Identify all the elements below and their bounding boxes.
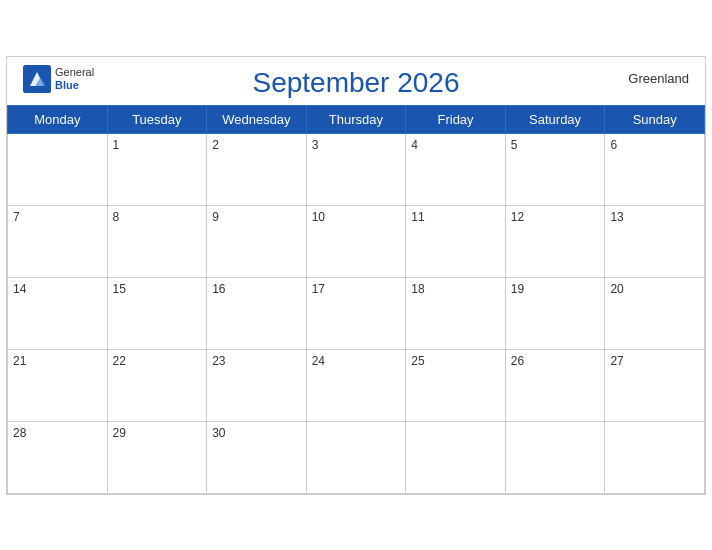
date-number: 10 [312,210,325,224]
day-cell: 12 [505,205,605,277]
date-number: 25 [411,354,424,368]
date-number: 6 [610,138,617,152]
day-cell: 16 [207,277,307,349]
day-cell: 15 [107,277,207,349]
date-number: 30 [212,426,225,440]
header-saturday: Saturday [505,105,605,133]
week-row-1: 123456 [8,133,705,205]
day-cell: 4 [406,133,506,205]
date-number: 7 [13,210,20,224]
day-cell: 2 [207,133,307,205]
date-number: 9 [212,210,219,224]
date-number: 22 [113,354,126,368]
date-number: 1 [113,138,120,152]
date-number: 11 [411,210,424,224]
week-row-4: 21222324252627 [8,349,705,421]
region-label: Greenland [628,71,689,86]
date-number: 27 [610,354,623,368]
day-cell: 19 [505,277,605,349]
header-sunday: Sunday [605,105,705,133]
day-cell: 11 [406,205,506,277]
day-cell [505,421,605,493]
date-number: 29 [113,426,126,440]
day-cell: 3 [306,133,406,205]
date-number: 2 [212,138,219,152]
weekday-header-row: Monday Tuesday Wednesday Thursday Friday… [8,105,705,133]
date-number: 14 [13,282,26,296]
day-cell: 14 [8,277,108,349]
day-cell: 28 [8,421,108,493]
day-cell: 6 [605,133,705,205]
month-title: September 2026 [252,67,459,99]
calendar-header: General Blue September 2026 Greenland [7,57,705,105]
logo-general-text: General [55,66,94,78]
logo-text: General Blue [55,66,94,90]
calendar-container: General Blue September 2026 Greenland Mo… [6,56,706,495]
date-number: 4 [411,138,418,152]
day-cell: 8 [107,205,207,277]
day-cell: 21 [8,349,108,421]
day-cell: 29 [107,421,207,493]
day-cell [306,421,406,493]
day-cell: 5 [505,133,605,205]
week-row-2: 78910111213 [8,205,705,277]
day-cell: 17 [306,277,406,349]
day-cell: 25 [406,349,506,421]
date-number: 5 [511,138,518,152]
date-number: 26 [511,354,524,368]
day-cell: 23 [207,349,307,421]
day-cell: 1 [107,133,207,205]
day-cell: 22 [107,349,207,421]
date-number: 16 [212,282,225,296]
date-number: 13 [610,210,623,224]
day-cell: 20 [605,277,705,349]
week-row-5: 282930 [8,421,705,493]
date-number: 17 [312,282,325,296]
calendar-body: 1234567891011121314151617181920212223242… [8,133,705,493]
day-cell [406,421,506,493]
day-cell: 18 [406,277,506,349]
logo-icon [23,65,51,93]
logo: General Blue [23,65,94,93]
date-number: 8 [113,210,120,224]
date-number: 20 [610,282,623,296]
day-cell: 9 [207,205,307,277]
day-cell: 10 [306,205,406,277]
header-monday: Monday [8,105,108,133]
date-number: 23 [212,354,225,368]
day-cell [8,133,108,205]
day-cell: 27 [605,349,705,421]
day-cell: 24 [306,349,406,421]
day-cell [605,421,705,493]
date-number: 28 [13,426,26,440]
logo-blue-text: Blue [55,79,94,91]
header-thursday: Thursday [306,105,406,133]
date-number: 3 [312,138,319,152]
day-cell: 7 [8,205,108,277]
day-cell: 30 [207,421,307,493]
header-tuesday: Tuesday [107,105,207,133]
date-number: 19 [511,282,524,296]
day-cell: 26 [505,349,605,421]
date-number: 21 [13,354,26,368]
header-wednesday: Wednesday [207,105,307,133]
week-row-3: 14151617181920 [8,277,705,349]
header-friday: Friday [406,105,506,133]
day-cell: 13 [605,205,705,277]
date-number: 24 [312,354,325,368]
date-number: 18 [411,282,424,296]
calendar-table: Monday Tuesday Wednesday Thursday Friday… [7,105,705,494]
date-number: 12 [511,210,524,224]
date-number: 15 [113,282,126,296]
